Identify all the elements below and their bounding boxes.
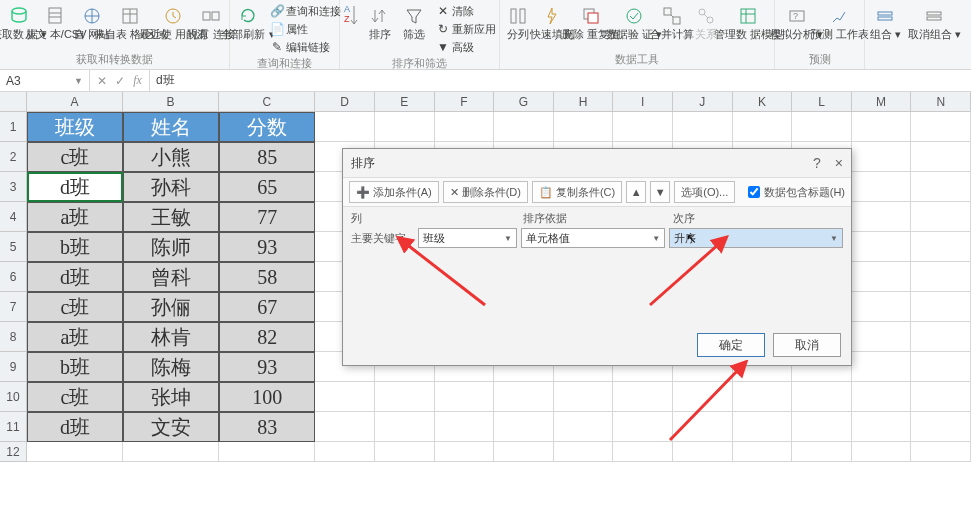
cell[interactable] xyxy=(911,412,971,442)
cell[interactable] xyxy=(852,172,912,202)
col-header[interactable]: H xyxy=(554,92,614,111)
table-cell[interactable]: d班 xyxy=(27,172,123,202)
row-header[interactable]: 11 xyxy=(0,412,27,442)
table-cell[interactable]: 58 xyxy=(219,262,315,292)
table-cell[interactable]: 65 xyxy=(219,172,315,202)
table-cell[interactable]: 93 xyxy=(219,352,315,382)
table-cell[interactable]: 83 xyxy=(219,412,315,442)
consolidate-button[interactable]: 合并计算 xyxy=(656,2,689,42)
cell[interactable] xyxy=(613,412,673,442)
col-header[interactable]: C xyxy=(219,92,315,111)
table-cell[interactable]: 孙科 xyxy=(123,172,219,202)
cell[interactable] xyxy=(911,442,971,462)
cell[interactable] xyxy=(792,412,852,442)
cell[interactable] xyxy=(375,112,435,142)
dialog-titlebar[interactable]: 排序 ? × xyxy=(343,149,851,177)
cell[interactable] xyxy=(315,382,375,412)
row-header[interactable]: 6 xyxy=(0,262,27,292)
table-cell[interactable]: d班 xyxy=(27,412,123,442)
data-validation-button[interactable]: 数据验 证 ▾ xyxy=(614,2,654,42)
cell[interactable] xyxy=(315,112,375,142)
cell[interactable] xyxy=(673,382,733,412)
queries-connections-button[interactable]: 🔗查询和连接 xyxy=(266,2,345,20)
ungroup-button[interactable]: 取消组合 ▾ xyxy=(905,2,963,42)
table-cell[interactable]: c班 xyxy=(27,382,123,412)
name-box[interactable]: A3▼ xyxy=(0,70,90,91)
formula-input[interactable]: d班 xyxy=(150,70,971,91)
cell[interactable] xyxy=(554,112,614,142)
cell[interactable] xyxy=(852,142,912,172)
cell[interactable] xyxy=(911,232,971,262)
options-button[interactable]: 选项(O)... xyxy=(674,181,735,203)
cell[interactable] xyxy=(852,412,912,442)
cell[interactable] xyxy=(435,442,495,462)
from-csv-button[interactable]: 从文 本/CSV xyxy=(38,2,74,42)
cell[interactable] xyxy=(852,202,912,232)
properties-button[interactable]: 📄属性 xyxy=(266,20,345,38)
table-cell[interactable]: 77 xyxy=(219,202,315,232)
cell[interactable] xyxy=(673,412,733,442)
cell[interactable] xyxy=(494,412,554,442)
table-cell[interactable]: 82 xyxy=(219,322,315,352)
help-icon[interactable]: ? xyxy=(813,155,821,171)
row-header[interactable]: 4 xyxy=(0,202,27,232)
row-header[interactable]: 8 xyxy=(0,322,27,352)
table-cell[interactable]: b班 xyxy=(27,352,123,382)
sort-order-combo[interactable]: 升序▼↖ xyxy=(669,228,843,248)
table-cell[interactable]: a班 xyxy=(27,322,123,352)
table-cell[interactable]: 85 xyxy=(219,142,315,172)
row-header[interactable]: 2 xyxy=(0,142,27,172)
forecast-sheet-button[interactable]: 预测 工作表 xyxy=(819,2,862,42)
cell[interactable] xyxy=(219,442,315,462)
add-condition-button[interactable]: ➕添加条件(A) xyxy=(349,181,439,203)
ok-button[interactable]: 确定 xyxy=(697,333,765,357)
cell[interactable] xyxy=(911,352,971,382)
table-cell[interactable]: 张坤 xyxy=(123,382,219,412)
table-cell[interactable]: c班 xyxy=(27,142,123,172)
table-cell[interactable]: 曾科 xyxy=(123,262,219,292)
cell[interactable] xyxy=(435,112,495,142)
has-header-checkbox[interactable]: 数据包含标题(H) xyxy=(748,185,845,200)
cell[interactable] xyxy=(494,442,554,462)
row-header[interactable]: 1 xyxy=(0,112,27,142)
filter-button[interactable]: 筛选 xyxy=(398,2,430,42)
table-cell[interactable]: 93 xyxy=(219,232,315,262)
col-header[interactable]: A xyxy=(27,92,123,111)
cell[interactable] xyxy=(435,412,495,442)
cell[interactable] xyxy=(733,112,793,142)
cell[interactable] xyxy=(911,112,971,142)
copy-condition-button[interactable]: 📋复制条件(C) xyxy=(532,181,622,203)
edit-links-button[interactable]: ✎编辑链接 xyxy=(266,38,345,56)
sort-button[interactable]: 排序 xyxy=(364,2,396,42)
table-cell[interactable]: 67 xyxy=(219,292,315,322)
cancel-icon[interactable]: ✕ xyxy=(97,74,107,88)
fx-icon[interactable]: fx xyxy=(133,73,142,88)
col-header[interactable]: D xyxy=(315,92,375,111)
cell[interactable] xyxy=(852,442,912,462)
table-cell[interactable]: d班 xyxy=(27,262,123,292)
table-cell[interactable]: 100 xyxy=(219,382,315,412)
select-all-corner[interactable] xyxy=(0,92,27,111)
cell[interactable] xyxy=(852,232,912,262)
table-cell[interactable]: 陈师 xyxy=(123,232,219,262)
row-header[interactable]: 12 xyxy=(0,442,27,462)
table-header-cell[interactable]: 姓名 xyxy=(123,112,219,142)
cell[interactable] xyxy=(911,172,971,202)
move-up-button[interactable]: ▲ xyxy=(626,181,646,203)
cell[interactable] xyxy=(375,442,435,462)
cell[interactable] xyxy=(852,292,912,322)
col-header[interactable]: J xyxy=(673,92,733,111)
cell[interactable] xyxy=(613,382,673,412)
cell[interactable] xyxy=(375,412,435,442)
col-header[interactable]: I xyxy=(613,92,673,111)
cell[interactable] xyxy=(613,442,673,462)
cell[interactable] xyxy=(911,202,971,232)
group-button[interactable]: 组合 ▾ xyxy=(867,2,903,42)
cell[interactable] xyxy=(792,112,852,142)
table-cell[interactable]: 文安 xyxy=(123,412,219,442)
cell[interactable] xyxy=(315,442,375,462)
cell[interactable] xyxy=(494,112,554,142)
close-icon[interactable]: × xyxy=(835,155,843,171)
cell[interactable] xyxy=(315,412,375,442)
cell[interactable] xyxy=(494,382,554,412)
